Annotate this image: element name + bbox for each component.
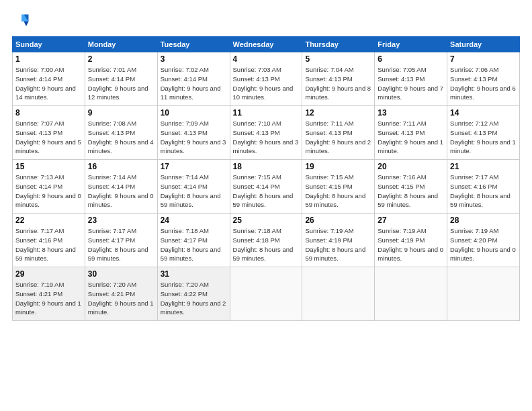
col-monday: Monday (85, 37, 157, 52)
col-sunday: Sunday (13, 37, 85, 52)
col-tuesday: Tuesday (157, 37, 230, 52)
day-info: Sunrise: 7:08 AM Sunset: 4:13 PM Dayligh… (88, 119, 154, 156)
table-row: 12Sunrise: 7:11 AM Sunset: 4:13 PM Dayli… (302, 106, 375, 160)
table-row: 7Sunrise: 7:06 AM Sunset: 4:13 PM Daylig… (447, 52, 520, 106)
table-row: 26Sunrise: 7:19 AM Sunset: 4:19 PM Dayli… (302, 214, 375, 267)
day-info: Sunrise: 7:09 AM Sunset: 4:13 PM Dayligh… (161, 119, 227, 156)
day-number: 10 (161, 108, 227, 118)
col-saturday: Saturday (447, 37, 520, 52)
table-row (375, 267, 447, 321)
day-info: Sunrise: 7:14 AM Sunset: 4:14 PM Dayligh… (88, 173, 154, 210)
table-row: 1Sunrise: 7:00 AM Sunset: 4:14 PM Daylig… (13, 52, 85, 106)
day-info: Sunrise: 7:19 AM Sunset: 4:20 PM Dayligh… (450, 226, 517, 263)
col-friday: Friday (375, 37, 447, 52)
day-number: 14 (450, 108, 517, 118)
table-row: 17Sunrise: 7:14 AM Sunset: 4:14 PM Dayli… (157, 160, 230, 214)
day-info: Sunrise: 7:05 AM Sunset: 4:13 PM Dayligh… (378, 65, 444, 102)
table-row: 10Sunrise: 7:09 AM Sunset: 4:13 PM Dayli… (157, 106, 230, 160)
calendar-week-row: 22Sunrise: 7:17 AM Sunset: 4:16 PM Dayli… (13, 214, 520, 267)
svg-marker-2 (24, 21, 29, 26)
day-number: 6 (378, 54, 444, 64)
table-row: 30Sunrise: 7:20 AM Sunset: 4:21 PM Dayli… (85, 267, 157, 321)
day-number: 15 (15, 162, 82, 171)
calendar-week-row: 29Sunrise: 7:19 AM Sunset: 4:21 PM Dayli… (13, 267, 520, 321)
table-row: 2Sunrise: 7:01 AM Sunset: 4:14 PM Daylig… (85, 52, 157, 106)
table-row: 5Sunrise: 7:04 AM Sunset: 4:13 PM Daylig… (302, 52, 375, 106)
table-row: 22Sunrise: 7:17 AM Sunset: 4:16 PM Dayli… (13, 214, 85, 267)
day-info: Sunrise: 7:19 AM Sunset: 4:19 PM Dayligh… (378, 226, 444, 263)
day-info: Sunrise: 7:17 AM Sunset: 4:17 PM Dayligh… (88, 226, 154, 263)
calendar-header-row: Sunday Monday Tuesday Wednesday Thursday… (13, 37, 520, 52)
day-info: Sunrise: 7:13 AM Sunset: 4:14 PM Dayligh… (15, 173, 82, 210)
table-row: 31Sunrise: 7:20 AM Sunset: 4:22 PM Dayli… (157, 267, 230, 321)
table-row: 8Sunrise: 7:07 AM Sunset: 4:13 PM Daylig… (13, 106, 85, 160)
day-number: 4 (233, 54, 300, 64)
day-info: Sunrise: 7:18 AM Sunset: 4:17 PM Dayligh… (161, 226, 227, 263)
day-number: 27 (378, 216, 444, 225)
day-number: 23 (88, 216, 154, 225)
day-info: Sunrise: 7:10 AM Sunset: 4:13 PM Dayligh… (233, 119, 300, 156)
day-info: Sunrise: 7:17 AM Sunset: 4:16 PM Dayligh… (450, 173, 517, 210)
day-number: 2 (88, 54, 154, 64)
day-number: 8 (15, 108, 82, 118)
table-row: 20Sunrise: 7:16 AM Sunset: 4:15 PM Dayli… (375, 160, 447, 214)
day-info: Sunrise: 7:07 AM Sunset: 4:13 PM Dayligh… (15, 119, 82, 156)
day-info: Sunrise: 7:17 AM Sunset: 4:16 PM Dayligh… (15, 226, 82, 263)
table-row: 4Sunrise: 7:03 AM Sunset: 4:13 PM Daylig… (230, 52, 302, 106)
col-wednesday: Wednesday (230, 37, 302, 52)
day-info: Sunrise: 7:01 AM Sunset: 4:14 PM Dayligh… (88, 65, 154, 102)
day-info: Sunrise: 7:16 AM Sunset: 4:15 PM Dayligh… (378, 173, 444, 210)
day-number: 22 (15, 216, 82, 225)
logo-icon (12, 12, 31, 31)
day-number: 11 (233, 108, 300, 118)
table-row: 15Sunrise: 7:13 AM Sunset: 4:14 PM Dayli… (13, 160, 85, 214)
day-number: 16 (88, 162, 154, 171)
table-row: 21Sunrise: 7:17 AM Sunset: 4:16 PM Dayli… (447, 160, 520, 214)
table-row (230, 267, 302, 321)
day-info: Sunrise: 7:00 AM Sunset: 4:14 PM Dayligh… (15, 65, 82, 102)
day-info: Sunrise: 7:04 AM Sunset: 4:13 PM Dayligh… (305, 65, 371, 102)
day-number: 18 (233, 162, 300, 171)
day-info: Sunrise: 7:19 AM Sunset: 4:19 PM Dayligh… (305, 226, 371, 263)
day-number: 30 (88, 269, 154, 279)
day-number: 20 (378, 162, 444, 171)
calendar-week-row: 1Sunrise: 7:00 AM Sunset: 4:14 PM Daylig… (13, 52, 520, 106)
day-info: Sunrise: 7:20 AM Sunset: 4:22 PM Dayligh… (161, 280, 227, 317)
table-row (447, 267, 520, 321)
day-number: 13 (378, 108, 444, 118)
logo (12, 12, 34, 31)
table-row: 16Sunrise: 7:14 AM Sunset: 4:14 PM Dayli… (85, 160, 157, 214)
calendar-week-row: 8Sunrise: 7:07 AM Sunset: 4:13 PM Daylig… (13, 106, 520, 160)
day-info: Sunrise: 7:12 AM Sunset: 4:13 PM Dayligh… (450, 119, 517, 156)
table-row: 24Sunrise: 7:18 AM Sunset: 4:17 PM Dayli… (157, 214, 230, 267)
day-info: Sunrise: 7:03 AM Sunset: 4:13 PM Dayligh… (233, 65, 300, 102)
day-info: Sunrise: 7:06 AM Sunset: 4:13 PM Dayligh… (450, 65, 517, 102)
day-info: Sunrise: 7:11 AM Sunset: 4:13 PM Dayligh… (305, 119, 371, 156)
calendar-week-row: 15Sunrise: 7:13 AM Sunset: 4:14 PM Dayli… (13, 160, 520, 214)
table-row: 11Sunrise: 7:10 AM Sunset: 4:13 PM Dayli… (230, 106, 302, 160)
calendar-table: Sunday Monday Tuesday Wednesday Thursday… (12, 36, 520, 321)
day-number: 21 (450, 162, 517, 171)
day-number: 19 (305, 162, 371, 171)
day-info: Sunrise: 7:15 AM Sunset: 4:15 PM Dayligh… (305, 173, 371, 210)
table-row: 14Sunrise: 7:12 AM Sunset: 4:13 PM Dayli… (447, 106, 520, 160)
day-number: 25 (233, 216, 300, 225)
day-info: Sunrise: 7:20 AM Sunset: 4:21 PM Dayligh… (88, 280, 154, 317)
day-number: 5 (305, 54, 371, 64)
table-row: 28Sunrise: 7:19 AM Sunset: 4:20 PM Dayli… (447, 214, 520, 267)
col-thursday: Thursday (302, 37, 375, 52)
day-number: 28 (450, 216, 517, 225)
day-number: 17 (161, 162, 227, 171)
day-info: Sunrise: 7:19 AM Sunset: 4:21 PM Dayligh… (15, 280, 82, 317)
day-info: Sunrise: 7:02 AM Sunset: 4:14 PM Dayligh… (161, 65, 227, 102)
day-number: 3 (161, 54, 227, 64)
table-row: 23Sunrise: 7:17 AM Sunset: 4:17 PM Dayli… (85, 214, 157, 267)
table-row: 18Sunrise: 7:15 AM Sunset: 4:14 PM Dayli… (230, 160, 302, 214)
day-number: 31 (161, 269, 227, 279)
day-number: 26 (305, 216, 371, 225)
table-row: 6Sunrise: 7:05 AM Sunset: 4:13 PM Daylig… (375, 52, 447, 106)
table-row (302, 267, 375, 321)
day-info: Sunrise: 7:14 AM Sunset: 4:14 PM Dayligh… (161, 173, 227, 210)
day-info: Sunrise: 7:11 AM Sunset: 4:13 PM Dayligh… (378, 119, 444, 156)
day-info: Sunrise: 7:18 AM Sunset: 4:18 PM Dayligh… (233, 226, 300, 263)
